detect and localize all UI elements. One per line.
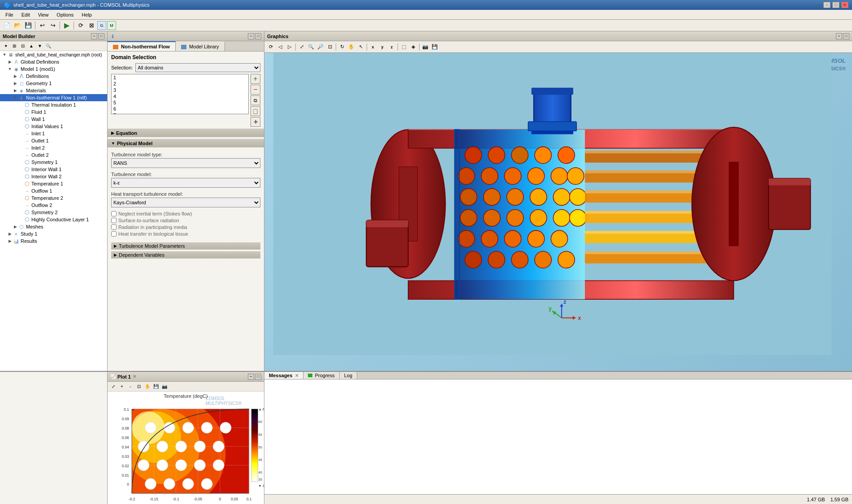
tree-down-btn[interactable]: ▼ — [36, 42, 44, 50]
plot1-min-btn[interactable]: − — [248, 374, 254, 380]
turbulence-params-header[interactable]: Turbulence Model Parameters — [111, 242, 260, 250]
menu-view[interactable]: View — [35, 11, 52, 18]
domain-item-6[interactable]: 6 — [112, 106, 248, 112]
mesh-button[interactable]: M — [107, 21, 116, 30]
tree-up-btn[interactable]: ▲ — [27, 42, 35, 50]
domain-item-4[interactable]: 4 — [112, 93, 248, 99]
domain-item-1[interactable]: 1 — [112, 74, 248, 81]
status-tab-log[interactable]: Log — [340, 372, 357, 379]
tree-item-definitions[interactable]: ▶ Λ Definitions — [0, 73, 107, 80]
tree-item-nitf[interactable]: ▼ 🌡 Non-Isothermal Flow 1 (nitf) — [0, 94, 107, 101]
geometry-button[interactable]: G — [97, 21, 106, 30]
tree-item-iwall1[interactable]: ⬡ Interior Wall 1 — [0, 166, 107, 173]
graphics-restore-btn[interactable]: □ — [843, 33, 849, 39]
tree-item-geometry1[interactable]: ▶ ◻ Geometry 1 — [0, 80, 107, 87]
panel-minimize-btn[interactable]: − — [91, 33, 97, 39]
physics-panel-min-btn[interactable]: − — [248, 33, 254, 39]
tree-item-thermal-ins[interactable]: ⬡ Thermal Insulation 1 — [0, 101, 107, 108]
list-select-btn[interactable]: ✛ — [251, 117, 260, 127]
heat-transport-select[interactable]: Kays-Crawford Algebraic yPlus None — [111, 198, 260, 207]
tree-expand-btn[interactable]: ⊞ — [10, 42, 18, 50]
gfx-zoom-extents-btn[interactable]: ⤢ — [297, 43, 306, 52]
list-paste-btn[interactable]: 📋 — [251, 106, 260, 116]
turbulence-model-select[interactable]: k-ε k-ω SST — [111, 178, 260, 188]
dependent-vars-header[interactable]: Dependent Variables — [111, 251, 260, 258]
gfx-view-x-btn[interactable]: x — [368, 43, 377, 52]
plot1-restore-btn[interactable]: □ — [255, 374, 261, 380]
tree-item-hcl1[interactable]: ⬡ Highly Conductive Layer 1 — [0, 216, 107, 223]
gfx-zoom-out-btn[interactable]: 🔎 — [316, 43, 325, 52]
tree-item-temp1[interactable]: ⬡ Temperature 1 — [0, 180, 107, 187]
tree-item-temp2[interactable]: ⬡ Temperature 2 — [0, 194, 107, 202]
tree-item-results[interactable]: ▶ 📊 Results — [0, 237, 107, 245]
menu-options[interactable]: Options — [53, 11, 77, 18]
menu-file[interactable]: File — [2, 11, 17, 18]
undo-button[interactable]: ↩ — [37, 21, 47, 30]
physics-panel-restore-btn[interactable]: □ — [255, 33, 261, 39]
checkbox-bio-tissue-input[interactable] — [111, 231, 117, 237]
gfx-select-btn[interactable]: ↖ — [356, 43, 365, 52]
open-button[interactable]: 📂 — [13, 21, 22, 30]
plot1-zoom-in-btn[interactable]: + — [118, 383, 126, 391]
gfx-screenshot-btn[interactable]: 📷 — [421, 43, 430, 52]
tab-non-isothermal[interactable]: Non-Isothermal Flow — [108, 41, 176, 51]
panel-restore-btn[interactable]: □ — [98, 33, 104, 39]
gfx-export-btn[interactable]: 💾 — [430, 43, 439, 52]
domain-item-3[interactable]: 3 — [112, 87, 248, 93]
checkbox-surface-rad-input[interactable] — [111, 218, 117, 223]
tree-item-iwall2[interactable]: ⬡ Interior Wall 2 — [0, 173, 107, 180]
tree-item-meshes[interactable]: ▶ ⬡ Meshes — [0, 223, 107, 230]
gfx-zoom-box-btn[interactable]: ⊡ — [325, 43, 334, 52]
gfx-pan-btn[interactable]: ✋ — [347, 43, 356, 52]
tree-item-inlet1[interactable]: → Inlet 1 — [0, 130, 107, 137]
tree-item-root[interactable]: ▼ 🖥 shell_and_tube_heat_exchanger.mph (r… — [0, 51, 107, 58]
graphics-area[interactable]: COMSOLMULTIPHYSICS® — [264, 53, 852, 371]
checkbox-stokes-input[interactable] — [111, 211, 117, 216]
tree-add-node-btn[interactable]: ✦ — [2, 42, 10, 50]
list-copy-btn[interactable]: ⧉ — [251, 95, 260, 105]
gfx-rotate-btn[interactable]: ↻ — [337, 43, 346, 52]
reset-button[interactable]: ⊠ — [86, 21, 96, 30]
tree-item-fluid1[interactable]: ⬡ Fluid 1 — [0, 108, 107, 116]
status-tab-progress[interactable]: Progress — [303, 372, 340, 379]
new-button[interactable]: 📄 — [2, 21, 12, 30]
plot1-save-btn[interactable]: 💾 — [152, 383, 160, 391]
tree-item-materials[interactable]: ▶ ◈ Materials — [0, 87, 107, 94]
plot1-zoom-out-btn[interactable]: - — [126, 383, 134, 391]
minimize-button[interactable]: − — [823, 2, 830, 8]
checkbox-part-rad-input[interactable] — [111, 224, 117, 230]
gfx-view-z-btn[interactable]: z — [387, 43, 396, 52]
update-button[interactable]: ⟳ — [76, 21, 86, 30]
plot1-zoom-box-btn[interactable]: ⊡ — [135, 383, 143, 391]
tree-item-study1[interactable]: ▶ ≡ Study 1 — [0, 230, 107, 237]
plot1-zoom-fit-btn[interactable]: ⤢ — [109, 383, 117, 391]
tree-item-inlet2[interactable]: → Inlet 2 — [0, 144, 107, 151]
gfx-forward-btn[interactable]: ▷ — [285, 43, 294, 52]
domain-item-2[interactable]: 2 — [112, 81, 248, 87]
tree-item-outlet2[interactable]: → Outlet 2 — [0, 151, 107, 159]
domain-item-5[interactable]: 5 — [112, 99, 248, 106]
gfx-zoom-in-btn[interactable]: 🔍 — [307, 43, 316, 52]
selection-dropdown[interactable]: All domains Domain 1 Domain 2 Manual — [135, 63, 260, 72]
tab-model-library[interactable]: Model Library — [176, 41, 225, 51]
domain-list[interactable]: 1 2 3 4 5 6 7 8 — [111, 74, 249, 114]
physical-model-header[interactable]: Physical Model — [108, 139, 264, 147]
gfx-perspective-btn[interactable]: ⬚ — [399, 43, 408, 52]
gfx-back-btn[interactable]: ◁ — [276, 43, 285, 52]
gfx-reset-btn[interactable]: ⟳ — [266, 43, 275, 52]
tree-item-symmetry1[interactable]: ⬡ Symmetry 1 — [0, 159, 107, 166]
compute-button[interactable]: ▶ — [62, 21, 72, 30]
tree-item-outlet1[interactable]: → Outlet 1 — [0, 137, 107, 144]
redo-button[interactable]: ↪ — [48, 21, 58, 30]
gfx-wireframe-btn[interactable]: ◈ — [409, 43, 418, 52]
maximize-button[interactable]: □ — [832, 2, 839, 8]
tree-item-global[interactable]: ▶ Λ Global Definitions — [0, 58, 107, 65]
tree-item-model1[interactable]: ▼ ◉ Model 1 (mod1) — [0, 65, 107, 73]
tree-item-outflow1[interactable]: → Outflow 1 — [0, 187, 107, 194]
close-button[interactable]: ✕ — [841, 2, 848, 8]
tree-item-initial1[interactable]: ⬡ Initial Values 1 — [0, 123, 107, 130]
menu-help[interactable]: Help — [78, 11, 95, 18]
list-add-btn[interactable]: + — [251, 74, 260, 84]
tree-collapse-btn[interactable]: ⊟ — [19, 42, 27, 50]
save-button[interactable]: 💾 — [23, 21, 33, 30]
